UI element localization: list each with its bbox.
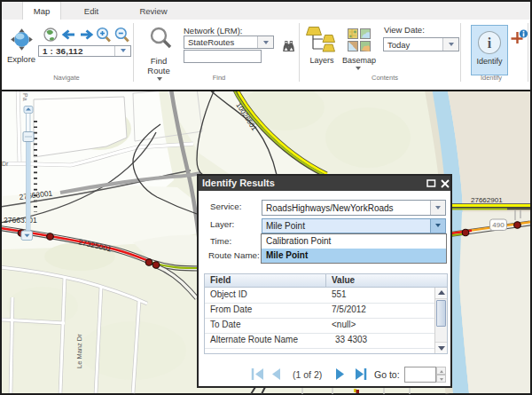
svg-text:i: i	[488, 36, 492, 51]
svg-text:490: 490	[492, 221, 505, 229]
svg-text:Dr: Dr	[2, 161, 9, 167]
svg-text:Le Manz Dr: Le Manz Dr	[75, 334, 83, 368]
svg-text:27662901: 27662901	[471, 196, 503, 204]
svg-text:27663101: 27663101	[4, 216, 37, 225]
svg-text:Pa: Pa	[22, 93, 28, 101]
